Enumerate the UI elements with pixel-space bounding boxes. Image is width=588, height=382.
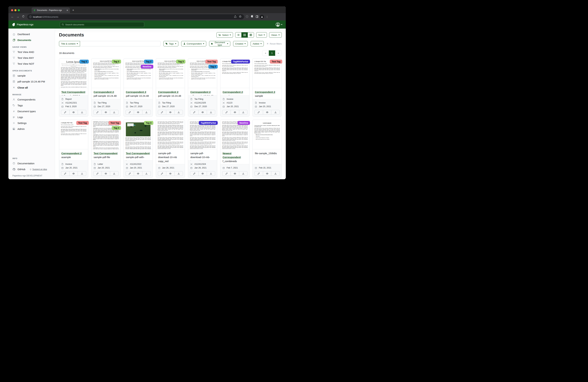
tag-badge[interactable]: Test Tag xyxy=(205,60,218,63)
sidebar-item-dashboard[interactable]: Dashboard xyxy=(8,31,55,37)
edit-document-button[interactable] xyxy=(254,171,263,176)
edit-document-button[interactable] xyxy=(158,110,167,115)
correspondent-link[interactable]: Correspondent 2 xyxy=(94,91,114,93)
pagination-page-1-button[interactable]: 1 xyxy=(269,50,275,56)
download-document-button[interactable] xyxy=(207,171,215,176)
filter-correspondent-dropdown[interactable]: Correspondent xyxy=(181,41,206,46)
download-document-button[interactable] xyxy=(174,171,183,176)
tab-close-icon[interactable]: ✕ xyxy=(66,9,68,12)
views-button[interactable]: Views xyxy=(269,32,282,38)
filter-field-dropdown[interactable]: Title & content xyxy=(59,41,80,46)
minimize-window-button[interactable] xyxy=(15,9,17,11)
correspondent-link[interactable]: Newest Correspondent xyxy=(223,152,241,159)
tag-badge[interactable]: Test Tag xyxy=(76,121,89,125)
sidebar-item-test-view-and[interactable]: Test View AND xyxy=(8,49,55,55)
select-button[interactable]: Select xyxy=(216,32,233,38)
edit-document-button[interactable] xyxy=(190,110,199,115)
view-document-button[interactable] xyxy=(102,171,110,176)
correspondent-link[interactable]: Test Correspondent xyxy=(61,91,85,93)
reload-icon[interactable] xyxy=(21,15,25,19)
global-search[interactable] xyxy=(60,22,144,27)
tag-badge[interactable]: Test Tag xyxy=(109,121,121,125)
view-document-button[interactable] xyxy=(102,110,110,115)
filter-added-dropdown[interactable]: Added xyxy=(251,41,264,46)
edit-document-button[interactable] xyxy=(190,171,199,176)
edit-document-button[interactable] xyxy=(126,110,134,115)
view-document-button[interactable] xyxy=(198,110,207,115)
edit-document-button[interactable] xyxy=(61,171,70,176)
forward-icon[interactable]: → xyxy=(16,15,20,19)
sort-button[interactable]: Sort xyxy=(256,32,267,38)
download-document-button[interactable] xyxy=(142,171,151,176)
view-mode-detail-button[interactable] xyxy=(248,32,254,38)
address-bar[interactable]: i localhost:4200/documents xyxy=(27,14,244,19)
sidepanel-icon[interactable] xyxy=(255,15,259,19)
search-input[interactable] xyxy=(65,23,142,26)
sidebar-item-document-types[interactable]: # Document types xyxy=(8,108,55,114)
tag-badge[interactable]: NewOne xyxy=(141,65,153,69)
view-document-button[interactable] xyxy=(69,171,78,176)
view-document-button[interactable] xyxy=(69,110,78,115)
download-document-button[interactable] xyxy=(239,171,248,176)
close-window-button[interactable] xyxy=(11,9,13,11)
tag-badge[interactable]: Tag 2 xyxy=(80,60,89,63)
document-thumbnail[interactable]: Lorem ipsum dolor sit amet, consectetur … xyxy=(156,120,185,149)
correspondent-link[interactable]: Correspondent 2 xyxy=(61,152,82,155)
bookmark-star-icon[interactable] xyxy=(238,15,242,19)
tag-badge[interactable]: Tag 3 xyxy=(144,121,153,125)
tag-badge[interactable]: NewOne xyxy=(237,121,250,125)
correspondent-link[interactable]: Correspondent 2 xyxy=(223,91,243,93)
browser-tab[interactable]: Documents - Paperless-ngx ✕ xyxy=(32,7,70,13)
download-document-button[interactable] xyxy=(78,110,86,115)
sidebar-item-documents[interactable]: Documents xyxy=(8,37,55,43)
view-document-button[interactable] xyxy=(231,110,239,115)
edit-document-button[interactable] xyxy=(93,110,102,115)
download-document-button[interactable] xyxy=(142,110,151,115)
extensions-puzzle-icon[interactable] xyxy=(250,15,254,19)
edit-document-button[interactable] xyxy=(93,171,102,176)
browser-profile-avatar[interactable] xyxy=(260,15,264,19)
sidebar-item-open-doc-sample[interactable]: sample xyxy=(8,73,55,79)
tag-badge[interactable]: Tag 3 xyxy=(112,60,121,63)
view-mode-table-button[interactable] xyxy=(235,32,242,38)
sidebar-item-correspondents[interactable]: Correspondents xyxy=(8,97,55,102)
edit-document-button[interactable] xyxy=(222,110,231,115)
tag-badge[interactable]: Test Tag xyxy=(270,60,282,63)
sidebar-item-test-view-not[interactable]: Test View NOT xyxy=(8,61,55,67)
view-document-button[interactable] xyxy=(166,171,175,176)
view-document-button[interactable] xyxy=(263,171,272,176)
sidebar-item-admin[interactable]: Admin xyxy=(8,126,55,132)
tag-badge[interactable]: Tag 3 xyxy=(112,126,121,130)
new-tab-button[interactable]: + xyxy=(70,8,74,13)
extension-1password-icon[interactable] xyxy=(245,15,249,19)
edit-document-button[interactable] xyxy=(222,171,231,176)
download-document-button[interactable] xyxy=(110,110,119,115)
correspondent-link[interactable]: Correspondent 2 xyxy=(255,91,275,93)
sidebar-item-logs[interactable]: Logs xyxy=(8,114,55,120)
download-document-button[interactable] xyxy=(207,110,215,115)
download-document-button[interactable] xyxy=(110,171,119,176)
sidebar-item-open-doc-pdf-sample[interactable]: pdf-sample 10.24.48 PM xyxy=(8,79,55,84)
sidebar-item-documentation[interactable]: Documentation xyxy=(8,161,55,166)
sidebar-item-close-all[interactable]: ✕ Close all xyxy=(8,84,55,91)
sidebar-item-settings[interactable]: Settings xyxy=(8,120,55,126)
edit-document-button[interactable] xyxy=(254,110,263,115)
site-info-icon[interactable]: i xyxy=(29,16,32,18)
tag-badge[interactable]: Tag 2 xyxy=(144,60,153,63)
sidebar-item-tags[interactable]: Tags xyxy=(8,102,55,108)
filter-created-dropdown[interactable]: Created xyxy=(233,41,248,46)
tag-badge[interactable]: TagWithPartial xyxy=(199,121,218,125)
download-document-button[interactable] xyxy=(174,110,183,115)
filter-tags-dropdown[interactable]: Tags xyxy=(163,41,178,46)
download-document-button[interactable] xyxy=(271,110,280,115)
correspondent-link[interactable]: Test Correspondent xyxy=(94,152,117,155)
view-document-button[interactable] xyxy=(231,171,239,176)
view-mode-grid-button[interactable] xyxy=(241,32,248,38)
app-brand[interactable]: Paperless-ngx xyxy=(12,23,60,26)
tag-badge[interactable]: Tag 3 xyxy=(176,60,185,63)
correspondent-link[interactable]: Correspondent 2 xyxy=(158,91,178,93)
view-document-button[interactable] xyxy=(166,110,175,115)
view-document-button[interactable] xyxy=(263,110,272,115)
edit-document-button[interactable] xyxy=(158,171,167,176)
correspondent-link[interactable]: Correspondent 2 xyxy=(190,91,210,93)
